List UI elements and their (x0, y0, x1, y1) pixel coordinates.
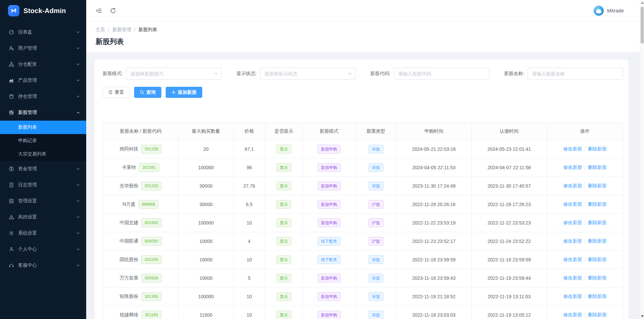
apply-time: 2023-11-30 17:24:49 (396, 177, 472, 195)
reset-button-label: 重置 (115, 89, 124, 95)
reset-button[interactable]: 重置 (103, 87, 130, 98)
price: 5 (234, 269, 265, 288)
edit-stock-link[interactable]: 修改新股 (563, 257, 582, 262)
delete-stock-link[interactable]: 删除新股 (588, 146, 607, 151)
stock-code-tag: 600050 (141, 237, 161, 246)
type-tag: 深股 (369, 182, 383, 190)
apply-time: 2022-11-22 23:53:19 (396, 214, 472, 232)
delete-stock-link[interactable]: 删除新股 (588, 183, 607, 188)
edit-stock-link[interactable]: 修改新股 (563, 294, 582, 299)
edit-stock-link[interactable]: 修改新股 (563, 146, 582, 151)
visible-tag: 显示 (276, 182, 291, 190)
price: 4 (234, 232, 265, 251)
avatar (594, 6, 604, 16)
visible-tag: 显示 (276, 311, 291, 319)
sidebar-item-positions[interactable]: 持仓管理 (0, 88, 86, 105)
action-divider: | (584, 146, 586, 151)
edit-stock-link[interactable]: 修改新股 (563, 275, 582, 280)
mode-tag: 线下配售 (318, 237, 340, 246)
visible-tag: 显示 (276, 292, 291, 301)
edit-stock-link[interactable]: 修改新股 (563, 238, 582, 244)
sidebar-item-products[interactable]: 产品管理 (0, 72, 86, 88)
sidebar-item-profile[interactable]: 个人中心 (0, 241, 86, 257)
chevron-down-icon (76, 247, 80, 251)
table-row: 卡莱特30139110000096显示新股申购深股2024-04-05 22:1… (103, 158, 623, 177)
mode-select[interactable] (126, 68, 222, 80)
apply-time: 2024-04-05 22:11:53 (396, 158, 472, 177)
apply-time: 2022-11-18 23:59:59 (396, 251, 472, 269)
sidebar-item-new-stocks[interactable]: 新股管理 (0, 105, 86, 121)
stock-name: N方盛 (122, 201, 135, 207)
sidebar-item-risk[interactable]: 风控设置 (0, 209, 86, 225)
sidebar-item-label: 资金管理 (18, 166, 76, 172)
sidebar-item-allocation[interactable]: 分仓配资 (0, 56, 86, 72)
sidebar-item-system-settings[interactable]: 系统设置 (0, 225, 86, 241)
name-input[interactable] (528, 68, 623, 80)
mode-tag: 新股申购 (318, 200, 340, 209)
status-select[interactable] (260, 68, 356, 80)
sidebar-item-label: 仪表盘 (18, 29, 76, 35)
breadcrumb-home[interactable]: 主页 (96, 27, 105, 33)
delete-stock-link[interactable]: 删除新股 (588, 201, 607, 207)
delete-stock-link[interactable]: 删除新股 (588, 238, 607, 244)
stock-code-tag: 002205 (141, 255, 161, 264)
refresh-icon[interactable] (110, 7, 116, 14)
max-qty: 10000 (178, 232, 234, 251)
sidebar-item-funds[interactable]: 资金管理 (0, 161, 86, 177)
status-select-input[interactable] (260, 68, 356, 80)
pay-time: 2022-11-19 13:05:12 (472, 306, 547, 319)
search-button[interactable]: 查询 (134, 87, 161, 98)
breadcrumb-new-stock-mgmt[interactable]: 新股管理 (112, 27, 131, 33)
add-stock-button[interactable]: 添加新股 (166, 87, 202, 98)
sidebar-subitem[interactable]: 申购记录 (0, 134, 86, 147)
risk-icon (9, 214, 14, 220)
edit-stock-link[interactable]: 修改新股 (563, 165, 582, 170)
delete-stock-link[interactable]: 删除新股 (588, 165, 607, 170)
mode-select-input[interactable] (126, 68, 222, 80)
scrollbar-thumb[interactable] (641, 7, 644, 44)
scroll-up-arrow[interactable] (641, 2, 644, 4)
table-row: 国统股份0022051000010显示线下配售深股2022-11-18 23:5… (103, 251, 623, 269)
sidebar-subitem[interactable]: 新股列表 (0, 121, 86, 134)
chevron-down-icon (76, 263, 80, 267)
code-input[interactable] (394, 68, 489, 80)
sidebar-item-logs[interactable]: 日志管理 (0, 177, 86, 193)
delete-stock-link[interactable]: 删除新股 (588, 220, 607, 225)
scroll-down-arrow[interactable] (641, 315, 644, 317)
edit-stock-link[interactable]: 修改新股 (563, 201, 582, 207)
max-qty: 100000 (178, 158, 234, 177)
filter-label-code: 新股代码: (370, 71, 390, 77)
max-qty: 30000 (178, 177, 234, 195)
edit-stock-link[interactable]: 修改新股 (563, 183, 582, 188)
stock-name: 中国联通 (119, 238, 138, 244)
edit-stock-link[interactable]: 修改新股 (563, 312, 582, 317)
sidebar-item-label: 持仓管理 (18, 93, 76, 100)
app-logo-icon (8, 5, 19, 16)
breadcrumb-separator: / (134, 27, 136, 33)
sidebar-submenu-new-stocks: 新股列表申购记录大宗交易列表 (0, 121, 86, 161)
apply-time: 2022-11-28 20:26:16 (396, 195, 472, 214)
page-title: 新股列表 (96, 37, 635, 46)
sidebar-subitem[interactable]: 大宗交易列表 (0, 147, 86, 161)
apply-time: 2022-11-18 23:03:03 (396, 306, 472, 319)
action-divider: | (584, 201, 586, 207)
stock-code-tag: 001256 (141, 145, 161, 153)
name-input-wrap (528, 68, 623, 80)
col-price: 价格 (234, 123, 265, 140)
sidebar-item-label: 个人中心 (18, 246, 76, 252)
sidebar-item-support[interactable]: 客服中心 (0, 257, 86, 273)
delete-stock-link[interactable]: 删除新股 (588, 312, 607, 317)
system-settings-icon (9, 231, 14, 236)
sidebar-item-dashboard[interactable]: 仪表盘 (0, 24, 86, 40)
user-name: Mitrade (607, 8, 624, 13)
edit-stock-link[interactable]: 修改新股 (563, 220, 582, 225)
delete-stock-link[interactable]: 删除新股 (588, 294, 607, 299)
list-card: 新股模式: 显示状态: (95, 60, 629, 319)
delete-stock-link[interactable]: 删除新股 (588, 275, 607, 280)
sidebar-item-users[interactable]: 用户管理 (0, 40, 86, 56)
delete-stock-link[interactable]: 删除新股 (588, 257, 607, 262)
sidebar-item-admin-settings[interactable]: 管理设置 (0, 193, 86, 209)
user-menu[interactable]: Mitrade (594, 6, 624, 16)
collapse-sidebar-icon[interactable] (96, 7, 102, 14)
chevron-down-icon (76, 30, 80, 34)
